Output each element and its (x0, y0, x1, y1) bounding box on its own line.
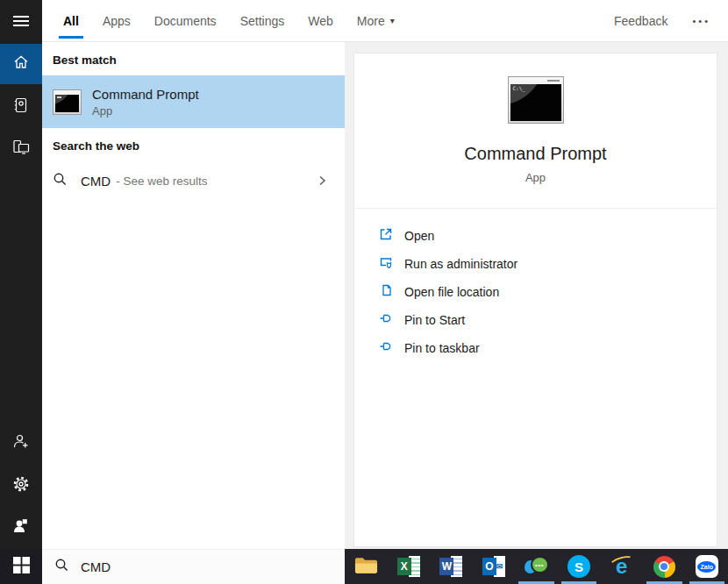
sidebar-item-account[interactable] (0, 507, 42, 549)
tab-documents[interactable]: Documents (147, 0, 224, 41)
hamburger-icon (13, 16, 29, 26)
taskbar-skype[interactable]: S (558, 549, 601, 584)
taskbar-file-explorer[interactable] (345, 549, 388, 584)
sidebar-item-home[interactable] (0, 44, 42, 84)
web-query-suffix: - See web results (116, 174, 207, 188)
web-search-result[interactable]: CMD - See web results (42, 161, 345, 200)
admin-shield-icon (379, 255, 393, 273)
chevron-right-icon (315, 174, 329, 188)
chrome-icon (653, 556, 675, 578)
taskbar-excel[interactable]: X (388, 549, 431, 584)
account-icon (12, 517, 30, 538)
windows-search-window: All Apps Documents Settings Web More▾ Fe… (0, 0, 728, 584)
skype-icon: S (567, 555, 590, 578)
chat-app-icon: ••• (525, 556, 549, 577)
sidebar-item-add-account[interactable] (0, 423, 42, 465)
command-prompt-icon-large: C:\_ (508, 76, 564, 124)
taskbar-chat-app[interactable]: ••• (515, 549, 558, 584)
windows-logo-icon (13, 557, 30, 577)
outlook-icon: ✉ O (482, 555, 505, 578)
sidebar-item-devices[interactable] (0, 128, 42, 170)
result-title: Command Prompt (92, 87, 199, 102)
search-filter-bar: All Apps Documents Settings Web More▾ Fe… (42, 0, 728, 42)
filter-tabs: All Apps Documents Settings Web More▾ (56, 0, 402, 41)
best-match-header: Best match (42, 42, 345, 75)
open-icon (379, 227, 393, 245)
gear-icon (12, 475, 30, 496)
action-open[interactable]: Open (354, 222, 717, 250)
pin-icon (379, 311, 393, 329)
overflow-menu-button[interactable]: ••• (692, 16, 710, 26)
command-prompt-icon (53, 89, 82, 115)
word-icon: W (439, 555, 462, 578)
search-icon (54, 558, 69, 576)
file-explorer-icon (354, 555, 378, 579)
taskbar-search-box[interactable] (42, 549, 345, 584)
taskbar-internet-explorer[interactable]: e (600, 549, 643, 584)
pin-icon (379, 339, 393, 357)
taskbar-chrome[interactable] (643, 549, 686, 584)
action-run-as-administrator[interactable]: Run as administrator (354, 250, 717, 278)
result-subtitle: App (92, 104, 199, 118)
file-location-icon (379, 283, 393, 301)
detail-card: C:\_ Command Prompt App Open Run as a (353, 53, 717, 547)
detail-title: Command Prompt (354, 144, 717, 164)
action-pin-to-start[interactable]: Pin to Start (354, 306, 717, 334)
search-input[interactable] (81, 559, 291, 574)
person-add-icon (12, 433, 30, 454)
devices-icon (11, 139, 31, 160)
tab-all[interactable]: All (56, 0, 86, 41)
best-match-result[interactable]: Command Prompt App (42, 75, 345, 128)
web-query: CMD (81, 174, 111, 189)
taskbar-outlook[interactable]: ✉ O (473, 549, 516, 584)
search-icon (53, 172, 68, 190)
tab-web[interactable]: Web (301, 0, 340, 41)
chevron-down-icon: ▾ (390, 16, 395, 25)
tab-settings[interactable]: Settings (233, 0, 292, 41)
zalo-icon: Zalo (696, 555, 718, 578)
excel-icon: X (397, 555, 420, 578)
search-web-header: Search the web (42, 128, 345, 161)
home-icon (12, 53, 30, 75)
taskbar: X W ✉ O ••• S e (345, 549, 728, 584)
action-pin-to-taskbar[interactable]: Pin to taskbar (354, 334, 717, 362)
journal-icon (12, 96, 30, 118)
results-panel: Best match Command Prompt App Search the… (42, 42, 345, 549)
left-rail (0, 0, 42, 549)
detail-panel-background: C:\_ Command Prompt App Open Run as a (345, 42, 728, 549)
feedback-button[interactable]: Feedback (614, 14, 667, 28)
tab-more[interactable]: More▾ (350, 0, 402, 41)
detail-subtitle: App (354, 171, 717, 184)
taskbar-zalo[interactable]: Zalo (686, 549, 728, 584)
topnav-right: Feedback ••• (614, 0, 710, 41)
tab-apps[interactable]: Apps (96, 0, 138, 41)
internet-explorer-icon: e (610, 555, 633, 578)
sidebar-item-journal[interactable] (0, 86, 42, 128)
action-open-file-location[interactable]: Open file location (354, 278, 717, 306)
start-button[interactable] (0, 549, 42, 584)
sidebar-item-settings[interactable] (0, 465, 42, 507)
hamburger-menu-button[interactable] (0, 0, 42, 42)
action-list: Open Run as administrator Open file loca… (354, 209, 717, 362)
taskbar-word[interactable]: W (430, 549, 473, 584)
